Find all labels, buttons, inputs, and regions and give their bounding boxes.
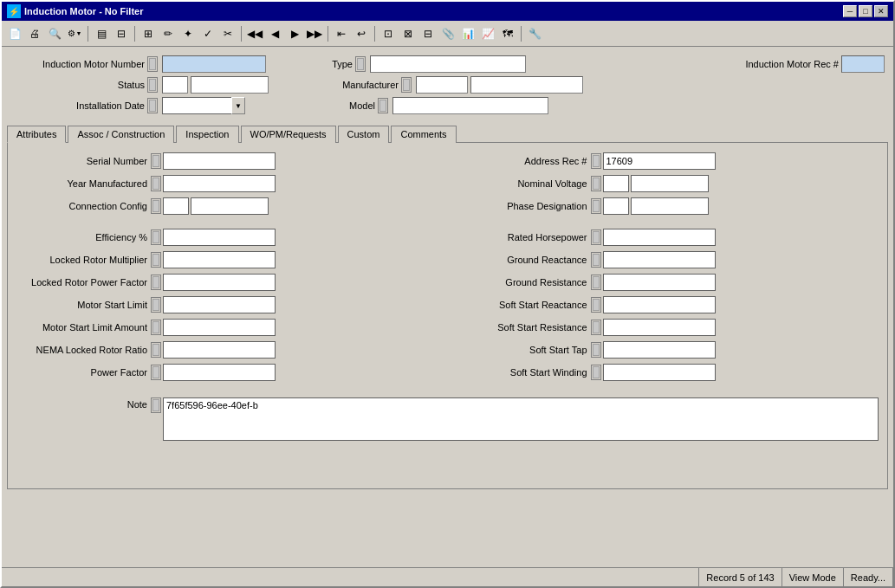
soft-start-resistance-row: Soft Start Resistance (457, 318, 879, 337)
address-rec-indicator (591, 153, 601, 169)
filter-btn[interactable]: ⚙ ▼ (65, 24, 84, 43)
serial-number-input[interactable] (163, 152, 276, 170)
nav-last[interactable]: ▶▶ (305, 24, 324, 43)
ground-reactance-label: Ground Reactance (457, 255, 591, 265)
soft-start-tap-input[interactable] (603, 341, 716, 359)
locked-rotor-mult-row: Locked Rotor Multiplier (16, 250, 439, 269)
motor-start-limit-row: Motor Start Limit (16, 295, 439, 314)
paste-btn[interactable]: ⊠ (399, 24, 418, 43)
nema-row: NEMA Locked Rotor Ratio (16, 340, 439, 359)
tab-custom[interactable]: Custom (338, 126, 390, 143)
nav-first[interactable]: ◀◀ (245, 24, 264, 43)
rated-hp-label: Rated Horsepower (457, 232, 591, 242)
layout-btn[interactable]: ▤ (92, 24, 111, 43)
soft-start-winding-input[interactable] (603, 364, 716, 381)
restore-button[interactable]: □ (859, 5, 872, 17)
nominal-voltage-text[interactable] (631, 175, 709, 192)
layout2-btn[interactable]: ⊟ (112, 24, 131, 43)
nominal-voltage-code[interactable] (603, 175, 629, 192)
tab-assoc[interactable]: Assoc / Construction (68, 126, 174, 143)
type-label: Type (309, 59, 353, 69)
address-rec-input[interactable] (603, 152, 716, 170)
tab-wo-pm[interactable]: WO/PM/Requests (241, 126, 336, 143)
undo-btn[interactable]: ↩ (352, 24, 371, 43)
ground-reactance-indicator (591, 252, 601, 268)
close-button[interactable]: ✕ (874, 5, 888, 17)
motor-start-limit-input[interactable] (163, 296, 276, 313)
power-factor-input[interactable] (163, 364, 276, 381)
nema-indicator (151, 342, 161, 358)
nav-next[interactable]: ▶ (285, 24, 304, 43)
date-dropdown-btn[interactable]: ▼ (231, 97, 245, 114)
view-mode: View Mode (782, 568, 844, 586)
report-btn[interactable]: 📊 (458, 24, 477, 43)
phase-designation-code[interactable] (603, 197, 629, 215)
soft-start-tap-row: Soft Start Tap (457, 340, 879, 359)
rated-hp-indicator (591, 229, 601, 245)
rated-hp-input[interactable] (603, 229, 716, 246)
tab-attributes[interactable]: Attributes (7, 126, 66, 143)
soft-start-reactance-row: Soft Start Reactance (457, 295, 879, 314)
scissors-btn[interactable]: ✂ (218, 24, 237, 43)
edit-btn[interactable]: ✏ (159, 24, 178, 43)
soft-start-reactance-input[interactable] (603, 296, 716, 313)
wand-btn[interactable]: ✦ (178, 24, 198, 43)
manufacturer-code-input[interactable] (416, 76, 468, 94)
locked-rotor-pf-input[interactable] (163, 274, 276, 291)
left-column: Serial Number Year Manufactured Co (16, 152, 439, 385)
app-icon: ⚡ (7, 4, 21, 18)
new-btn[interactable]: 📄 (5, 24, 24, 43)
soft-start-reactance-label: Soft Start Reactance (457, 300, 591, 310)
find-btn[interactable]: 🔍 (45, 24, 64, 43)
record-info: Record 5 of 143 (699, 568, 782, 586)
ground-reactance-row: Ground Reactance (457, 250, 879, 269)
tab-comments[interactable]: Comments (391, 126, 456, 143)
ground-reactance-input[interactable] (603, 251, 716, 268)
chart-btn[interactable]: 📈 (478, 24, 497, 43)
status-empty (2, 568, 699, 586)
link-btn[interactable]: ⊟ (418, 24, 438, 43)
check-btn[interactable]: ✓ (198, 24, 217, 43)
locked-rotor-pf-indicator (151, 275, 161, 290)
minimize-button[interactable]: ─ (843, 5, 857, 17)
phase-designation-text[interactable] (631, 197, 709, 215)
nominal-voltage-row: Nominal Voltage (457, 174, 879, 193)
soft-start-winding-label: Soft Start Winding (457, 367, 591, 378)
attach-btn[interactable]: 📎 (438, 24, 457, 43)
efficiency-input[interactable] (163, 229, 276, 246)
note-textarea[interactable]: 7f65f596-96ee-40ef-b (163, 397, 879, 441)
attributes-panel: Serial Number Year Manufactured Co (16, 152, 879, 441)
status-bar: Record 5 of 143 View Mode Ready... (2, 567, 893, 586)
nema-input[interactable] (163, 341, 276, 359)
soft-start-resistance-label: Soft Start Resistance (457, 322, 591, 333)
year-manufactured-label: Year Manufactured (16, 178, 151, 189)
grid-btn[interactable]: ⊞ (139, 24, 158, 43)
ground-resistance-input[interactable] (603, 274, 716, 291)
connection-config-text[interactable] (191, 197, 269, 215)
copy-btn[interactable]: ⊡ (379, 24, 398, 43)
connection-config-code[interactable] (163, 197, 189, 215)
install-date-input[interactable]: 07/21/2015 (162, 97, 231, 114)
power-factor-row: Power Factor (16, 363, 439, 382)
status-text-input[interactable]: Operational (191, 76, 269, 94)
rec-input[interactable]: 192 (841, 55, 885, 73)
status-code-input[interactable]: 1 (162, 76, 188, 94)
tab-inspection[interactable]: Inspection (176, 126, 238, 143)
type-input[interactable] (370, 55, 526, 73)
motor-number-input[interactable]: 192 (162, 55, 266, 73)
manufacturer-indicator (401, 77, 412, 93)
model-input[interactable] (392, 97, 548, 114)
manufacturer-name-input[interactable] (470, 76, 583, 94)
motor-start-limit-amount-input[interactable] (163, 319, 276, 336)
map-btn[interactable]: 🗺 (498, 24, 517, 43)
soft-start-resistance-input[interactable] (603, 319, 716, 336)
year-manufactured-input[interactable] (163, 175, 276, 192)
window-title: Induction Motor - No Filter (24, 6, 143, 16)
motor-start-limit-amount-indicator (151, 320, 161, 335)
locked-rotor-mult-input[interactable] (163, 251, 276, 268)
print-btn[interactable]: 🖨 (25, 24, 44, 43)
nav-prev[interactable]: ◀ (265, 24, 284, 43)
extra-btn[interactable]: 🔧 (525, 24, 544, 43)
nema-label: NEMA Locked Rotor Ratio (16, 345, 151, 355)
exit-btn[interactable]: ⇤ (332, 24, 351, 43)
